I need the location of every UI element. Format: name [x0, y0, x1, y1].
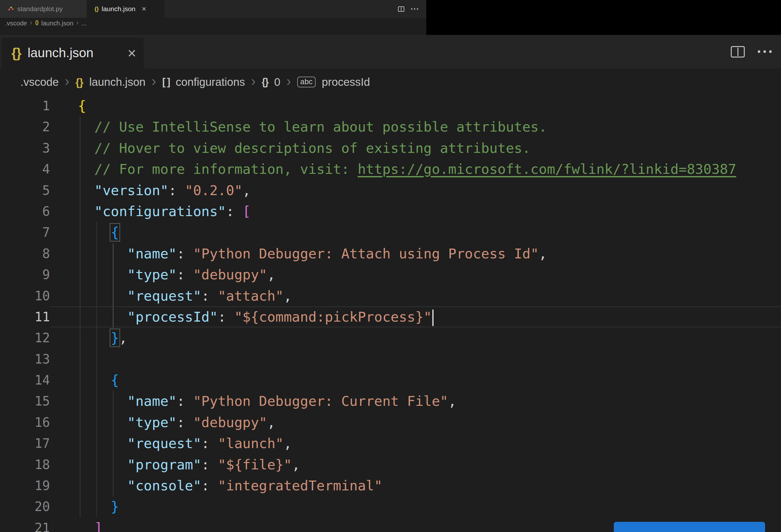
code-line[interactable]: 20 }	[0, 496, 781, 517]
code-line[interactable]: 18 "program": "${file}",	[0, 454, 781, 475]
tab-label: standardplot.py	[17, 5, 63, 13]
code-line[interactable]: 12 },	[0, 327, 781, 348]
tab-bar-zoom: {} launch.json × ···	[0, 35, 781, 68]
breadcrumb: .vscode › {} launch.json › ...	[0, 18, 426, 35]
line-content: "name": "Python Debugger: Current File",	[50, 391, 781, 412]
line-content: "configurations": [	[50, 201, 781, 222]
add-configuration-button[interactable]	[614, 522, 765, 532]
line-number: 3	[0, 137, 50, 159]
line-number: 15	[0, 391, 50, 412]
line-content: {	[50, 370, 781, 391]
breadcrumb-item-configurations[interactable]: configurations	[176, 76, 245, 88]
text-cursor	[432, 310, 434, 326]
code-line[interactable]: 7 {	[0, 222, 781, 243]
breadcrumb-item--vscode[interactable]: .vscode	[20, 76, 59, 88]
code-line[interactable]: 2 // Use IntelliSense to learn about pos…	[0, 116, 781, 137]
line-content: "version": "0.2.0",	[50, 180, 781, 201]
line-content: {	[50, 95, 781, 116]
line-content: {	[50, 222, 781, 243]
chevron-right-icon: ›	[30, 20, 32, 26]
json-icon: {}	[11, 45, 21, 61]
line-number: 20	[0, 496, 50, 517]
code-line[interactable]: 19 "console": "integratedTerminal"	[0, 475, 781, 496]
code-line[interactable]: 16 "type": "debugpy",	[0, 412, 781, 433]
line-content: "type": "debugpy",	[50, 412, 781, 433]
line-number: 4	[0, 159, 50, 179]
line-content: "request": "attach",	[50, 285, 781, 306]
line-content: "processId": "${command:pickProcess}"	[50, 306, 781, 327]
breadcrumb-item-0[interactable]: 0	[274, 76, 280, 88]
line-content: "console": "integratedTerminal"	[50, 475, 781, 496]
line-number: 6	[0, 201, 50, 222]
line-content: // Hover to view descriptions of existin…	[50, 137, 781, 159]
tab-label: launch.json	[102, 5, 135, 13]
close-icon[interactable]: ×	[127, 44, 136, 62]
tab-label: launch.json	[28, 45, 93, 60]
json-icon: {}	[35, 20, 38, 26]
editor-actions-zoom: ···	[731, 35, 774, 68]
line-content: },	[50, 327, 781, 348]
chevron-right-icon: ›	[152, 74, 156, 88]
code-line[interactable]: 15 "name": "Python Debugger: Current Fil…	[0, 391, 781, 412]
line-number: 16	[0, 412, 50, 433]
code-line[interactable]: 9 "type": "debugpy",	[0, 264, 781, 285]
line-number: 2	[0, 116, 50, 137]
code-line[interactable]: 4 // For more information, visit: https:…	[0, 159, 781, 179]
black-overlay	[426, 0, 781, 35]
vscode-window: standardplot.py {} launch.json × ··· .vs…	[0, 0, 781, 532]
line-number: 14	[0, 370, 50, 391]
tab-standardplot-py[interactable]: standardplot.py	[0, 0, 87, 18]
code-line[interactable]: 10 "request": "attach",	[0, 285, 781, 306]
line-number: 17	[0, 433, 50, 454]
code-line[interactable]: 11 "processId": "${command:pickProcess}"	[0, 306, 781, 327]
line-content: "program": "${file}",	[50, 454, 781, 475]
tab-launch-json[interactable]: {} launch.json ×	[87, 0, 164, 18]
more-actions-icon[interactable]: ···	[411, 4, 419, 13]
editor-actions: ···	[398, 0, 426, 18]
close-icon[interactable]: ×	[142, 4, 146, 13]
breadcrumb-item-more[interactable]: ...	[81, 20, 87, 27]
json-icon: {}	[75, 76, 83, 88]
line-number: 21	[0, 518, 50, 532]
line-number: 8	[0, 243, 50, 264]
chevron-right-icon: ›	[76, 20, 79, 26]
line-content: "name": "Python Debugger: Attach using P…	[50, 243, 781, 264]
code-line[interactable]: 17 "request": "launch",	[0, 433, 781, 454]
split-editor-icon[interactable]	[398, 6, 404, 12]
code-line[interactable]: 8 "name": "Python Debugger: Attach using…	[0, 243, 781, 264]
line-content: }	[50, 496, 781, 517]
chevron-right-icon: ›	[251, 74, 256, 88]
line-content: "type": "debugpy",	[50, 264, 781, 285]
chevron-right-icon: ›	[65, 74, 70, 88]
more-actions-icon[interactable]: ···	[757, 43, 774, 60]
tab-launch-json-zoom[interactable]: {} launch.json ×	[2, 38, 144, 68]
json-icon: {}	[94, 5, 98, 12]
code-line[interactable]: 1{	[0, 95, 781, 116]
code-line[interactable]: 5 "version": "0.2.0",	[0, 180, 781, 201]
line-content: "request": "launch",	[50, 433, 781, 454]
breadcrumb-item-launch-json[interactable]: launch.json	[89, 76, 146, 88]
string-symbol-icon: abc	[297, 77, 316, 87]
array-symbol-icon: [ ]	[162, 76, 169, 88]
code-lines: 1{2 // Use IntelliSense to learn about p…	[0, 95, 781, 532]
code-editor[interactable]: 1{2 // Use IntelliSense to learn about p…	[0, 95, 781, 532]
breadcrumb-item-processid[interactable]: processId	[322, 76, 370, 88]
code-line[interactable]: 6 "configurations": [	[0, 201, 781, 222]
line-number: 10	[0, 285, 50, 306]
split-editor-icon[interactable]	[731, 46, 745, 57]
breadcrumb-item-launch-json[interactable]: launch.json	[41, 20, 73, 27]
tab-bar: standardplot.py {} launch.json × ···	[0, 0, 426, 18]
code-line[interactable]: 3 // Hover to view descriptions of exist…	[0, 137, 781, 159]
line-number: 7	[0, 222, 50, 243]
line-number: 9	[0, 264, 50, 285]
line-number: 11	[0, 306, 50, 327]
line-number: 12	[0, 327, 50, 348]
breadcrumb-item-vscode[interactable]: .vscode	[5, 20, 27, 27]
line-content: // For more information, visit: https://…	[50, 159, 781, 179]
tab-bar-spacer	[164, 0, 398, 18]
code-line[interactable]: 13	[0, 349, 781, 370]
line-number: 13	[0, 349, 50, 370]
line-number: 18	[0, 454, 50, 475]
code-line[interactable]: 14 {	[0, 370, 781, 391]
line-content: // Use IntelliSense to learn about possi…	[50, 116, 781, 137]
